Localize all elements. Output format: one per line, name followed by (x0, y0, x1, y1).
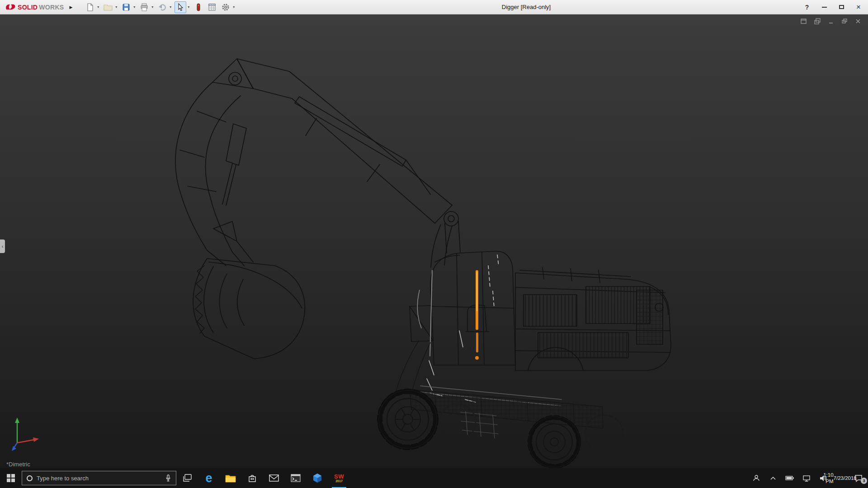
taskbar-app-file-explorer[interactable] (220, 468, 241, 488)
store-icon (248, 474, 257, 483)
doc-minimize-button[interactable] (826, 17, 835, 25)
dropdown-arrow-icon[interactable]: ▾ (231, 5, 236, 9)
dropdown-arrow-icon[interactable]: ▾ (168, 5, 173, 9)
options-gear-icon (222, 3, 230, 11)
hidden-icons-button[interactable] (768, 471, 778, 485)
maximize-icon (839, 5, 844, 9)
taskbar-app-solidworks[interactable]: SW 2017 (328, 468, 350, 488)
open-button[interactable] (102, 1, 114, 13)
file-properties-icon (208, 3, 216, 11)
solidworks-logo: SOLIDWORKS (5, 3, 64, 11)
new-document-button[interactable] (84, 1, 96, 13)
highlight-edges (417, 255, 561, 406)
doc-close-icon (855, 18, 861, 24)
dropdown-arrow-icon[interactable]: ▾ (96, 5, 100, 9)
doc-restore-button[interactable] (840, 17, 849, 25)
cascade-windows-icon (814, 18, 821, 24)
standard-toolbar: ▾ ▾ ▾ (84, 1, 236, 13)
panel-collapse-arrow-icon: ‹ (2, 244, 4, 249)
dropdown-arrow-icon[interactable]: ▾ (114, 5, 118, 9)
task-view-icon (183, 474, 192, 482)
start-button[interactable] (0, 468, 22, 488)
excavator-wireframe-model (0, 14, 868, 468)
people-icon (753, 474, 760, 482)
3d-cube-icon (312, 473, 322, 483)
edge-icon: e (205, 472, 212, 484)
cortana-icon (27, 475, 33, 481)
mail-icon (269, 474, 279, 482)
doc-minimize-icon (828, 18, 834, 24)
battery-button[interactable] (785, 471, 795, 485)
chevron-up-icon (770, 476, 776, 480)
graphics-viewport[interactable]: *Dimetric (0, 14, 868, 468)
battery-icon (785, 475, 794, 481)
window-title: Digger [Read-only] (502, 4, 551, 10)
taskbar-app-mail[interactable] (263, 468, 285, 488)
open-folder-icon (104, 4, 113, 11)
action-center-button[interactable]: 3 (852, 471, 865, 485)
undo-arrow-icon (158, 3, 166, 11)
new-window-icon (800, 18, 807, 24)
brand-solid-text: SOLID (18, 4, 38, 11)
ds-logo-icon (5, 3, 16, 11)
print-icon (140, 3, 148, 11)
maximize-button[interactable] (837, 3, 845, 12)
taskbar-app-command-prompt[interactable] (285, 468, 307, 488)
selected-cylinder-highlight[interactable] (475, 270, 479, 360)
new-document-icon (86, 3, 94, 11)
select-tool-button[interactable] (175, 1, 186, 13)
document-window-controls (799, 17, 863, 25)
select-cursor-icon (176, 3, 184, 11)
engine-body (515, 267, 671, 371)
dropdown-arrow-icon[interactable]: ▾ (186, 5, 191, 9)
undo-button[interactable] (156, 1, 168, 13)
doc-close-button[interactable] (854, 17, 863, 25)
toolbar-flyout-arrow-icon[interactable]: ▶ (69, 5, 72, 9)
options-button[interactable] (220, 1, 231, 13)
system-tray: 1:10 PM 7/23/2018 3 (751, 471, 868, 485)
screen: SOLIDWORKS ▶ ▾ ▾ (0, 0, 868, 488)
microphone-icon[interactable] (165, 474, 171, 482)
titlebar: SOLIDWORKS ▶ ▾ ▾ (0, 0, 868, 14)
file-properties-button[interactable] (206, 1, 218, 13)
view-orientation-label: *Dimetric (6, 461, 30, 468)
taskbar-app-edge[interactable]: e (198, 468, 220, 488)
taskbar: e (0, 468, 868, 488)
notification-badge: 3 (861, 478, 867, 484)
taskbar-app-3d-viewer[interactable] (307, 468, 328, 488)
print-button[interactable] (138, 1, 150, 13)
save-button[interactable] (120, 1, 132, 13)
taskbar-clock[interactable]: 1:10 PM 7/23/2018 (835, 472, 845, 484)
doc-restore-icon (841, 18, 848, 24)
cab (410, 251, 515, 365)
windows-logo-icon (7, 474, 15, 482)
solidworks-2017-icon: SW 2017 (334, 474, 344, 483)
rebuild-icon (195, 3, 202, 11)
panel-collapse-tab[interactable]: ‹ (0, 239, 5, 253)
network-icon (802, 475, 811, 482)
people-button[interactable] (751, 471, 761, 485)
network-button[interactable] (802, 471, 811, 485)
rebuild-button[interactable] (193, 1, 204, 13)
close-button[interactable]: × (854, 3, 863, 12)
task-view-button[interactable] (176, 468, 198, 488)
help-button[interactable]: ? (803, 3, 811, 12)
doc-new-window-button[interactable] (799, 17, 808, 25)
doc-cascade-button[interactable] (813, 17, 822, 25)
boom-arm (175, 59, 460, 267)
minimize-button[interactable] (820, 3, 828, 12)
clock-time: 1:10 PM (823, 472, 833, 484)
orientation-triad (11, 415, 43, 453)
taskbar-app-store[interactable] (241, 468, 263, 488)
brand-works-text: WORKS (39, 4, 64, 11)
minimize-icon (822, 7, 827, 8)
dropdown-arrow-icon[interactable]: ▾ (150, 5, 155, 9)
window-controls: ? × (803, 3, 863, 12)
bucket (193, 221, 305, 359)
file-explorer-icon (225, 474, 236, 483)
taskbar-search[interactable] (22, 471, 176, 485)
dropdown-arrow-icon[interactable]: ▾ (132, 5, 137, 9)
command-prompt-icon (291, 474, 301, 482)
save-floppy-icon (122, 3, 130, 11)
search-input[interactable] (37, 475, 161, 482)
